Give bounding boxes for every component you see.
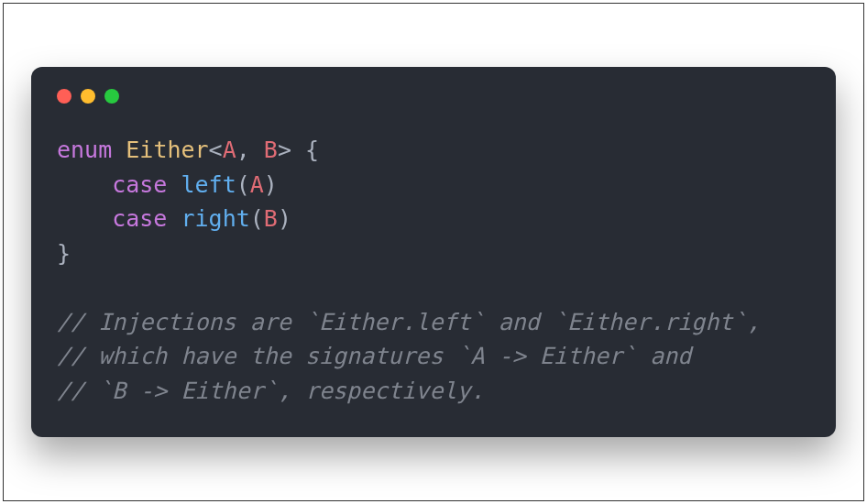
type-b: B — [264, 205, 278, 232]
type-param-a: A — [223, 137, 236, 163]
traffic-lights — [57, 89, 810, 104]
type-a: A — [250, 171, 264, 198]
indent — [57, 171, 112, 198]
brace-open: { — [305, 137, 319, 163]
paren-open: ( — [236, 171, 250, 198]
maximize-icon — [104, 89, 119, 104]
comment-line-2: // which have the signatures `A -> Eithe… — [57, 343, 691, 369]
angle-close: > — [278, 137, 291, 163]
keyword-case: case — [112, 171, 167, 198]
space — [167, 171, 181, 198]
comma: , — [236, 137, 264, 163]
type-param-b: B — [264, 137, 278, 163]
paren-open: ( — [250, 205, 264, 232]
brace-close: } — [57, 240, 71, 267]
indent — [57, 205, 112, 232]
page-frame: enum Either<A, B> { case left(A) case ri… — [3, 3, 864, 501]
comment-line-1: // Injections are `Either.left` and `Eit… — [57, 309, 761, 335]
paren-close: ) — [278, 205, 291, 232]
space — [291, 137, 305, 163]
case-right: right — [181, 205, 250, 232]
angle-open: < — [209, 137, 223, 163]
comment-line-3: // `B -> Either`, respectively. — [57, 378, 485, 404]
minimize-icon — [81, 89, 95, 104]
keyword-case: case — [112, 205, 167, 232]
keyword-enum: enum — [57, 137, 112, 163]
close-icon — [57, 89, 71, 104]
type-either: Either — [126, 137, 208, 163]
case-left: left — [181, 171, 236, 198]
paren-close: ) — [264, 171, 278, 198]
space — [112, 137, 126, 163]
code-window: enum Either<A, B> { case left(A) case ri… — [31, 67, 836, 437]
space — [167, 205, 181, 232]
code-block: enum Either<A, B> { case left(A) case ri… — [57, 133, 810, 408]
